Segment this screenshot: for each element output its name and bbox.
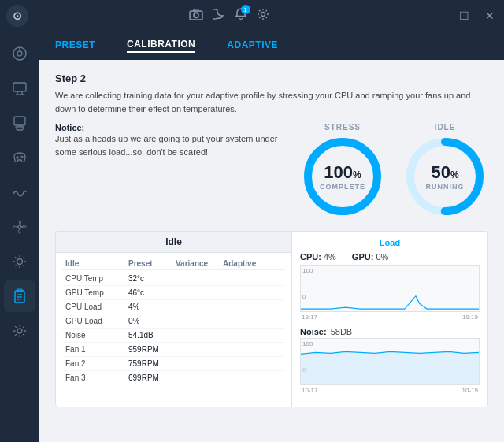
sidebar-item-dashboard[interactable]	[4, 38, 35, 69]
row-gpu-load-label: GPU Load	[65, 317, 128, 325]
row-gpu-temp-label: GPU Temp	[65, 288, 128, 297]
sidebar-item-overclock[interactable]	[4, 176, 35, 208]
cpu-value: 4%	[324, 252, 336, 262]
sidebar-item-light[interactable]	[4, 246, 35, 277]
svg-rect-11	[14, 117, 25, 125]
close-button[interactable]: ✕	[482, 8, 498, 24]
row-fan2-var	[176, 359, 223, 368]
svg-point-32	[17, 329, 22, 333]
svg-point-34	[308, 142, 377, 211]
gauges-container: STRESS 100%	[299, 123, 488, 220]
svg-point-1	[194, 13, 198, 18]
svg-line-25	[23, 257, 24, 258]
row-noise-label: Noise	[65, 331, 128, 340]
svg-point-3	[261, 13, 265, 17]
minimize-button[interactable]: —	[429, 8, 447, 24]
row-fan1-label: Fan 1	[65, 345, 128, 354]
noise-chart-area: 100 0 10-17 10-19	[300, 338, 480, 394]
cpu-chart-area: 100 0 19:17 19:19	[300, 265, 480, 321]
tab-bar: PRESET CALIBRATION ADAPTIVE	[39, 32, 504, 60]
notice-text: Just as a heads up we are going to put y…	[55, 132, 284, 158]
page-content: Step 2 We are collecting training data f…	[39, 60, 504, 442]
load-header[interactable]: Load	[300, 238, 480, 247]
bell-icon[interactable]: 1	[235, 8, 247, 24]
svg-point-16	[21, 156, 23, 158]
svg-rect-0	[190, 11, 202, 20]
cpu-gpu-row: CPU: 4% GPU: 0%	[300, 252, 480, 262]
table-row: GPU Load 0%	[62, 314, 285, 329]
sidebar-item-config[interactable]	[4, 315, 35, 347]
row-noise-val: 54.1dB	[128, 331, 176, 340]
row-fan3-var	[176, 373, 223, 382]
row-cpu-temp-label: CPU Temp	[65, 274, 128, 283]
row-gpu-load-var	[176, 317, 223, 325]
window-controls: — ☐ ✕	[429, 8, 498, 24]
row-cpu-load-label: CPU Load	[65, 303, 128, 311]
sidebar-item-profile[interactable]	[4, 280, 35, 312]
table-row: Noise 54.1dB	[62, 329, 285, 343]
cpu-x-labels: 19:17 19:19	[300, 312, 480, 321]
noise-section-label: Noise: 58DB	[300, 327, 480, 336]
noise-chart: 100 0	[300, 338, 480, 385]
app-logo: ⊙	[6, 5, 28, 27]
camera-icon[interactable]	[189, 8, 203, 24]
notice-title: Notice:	[55, 123, 284, 132]
cpu-label: CPU: 4%	[300, 252, 336, 262]
row-cpu-temp-adapt	[223, 274, 278, 283]
row-gpu-load-adapt	[223, 317, 278, 325]
notice-block: Notice: Just as a heads up we are going …	[55, 123, 284, 158]
svg-rect-7	[13, 83, 26, 91]
gauges-row: Notice: Just as a heads up we are going …	[55, 123, 488, 220]
noise-time-end: 10-19	[462, 387, 478, 394]
gpu-label: GPU: 0%	[352, 252, 388, 262]
row-noise-var	[176, 331, 223, 340]
row-noise-adapt	[223, 331, 278, 340]
sidebar-item-fan[interactable]	[4, 211, 35, 243]
sidebar-item-monitor[interactable]	[4, 72, 35, 104]
col-idle: Idle	[65, 259, 128, 268]
tab-preset[interactable]: PRESET	[55, 39, 95, 52]
data-section: Idle Idle Preset Variance Adaptive CPU T…	[55, 231, 488, 407]
sidebar-item-display[interactable]	[4, 107, 35, 139]
col-adaptive: Adaptive	[223, 259, 278, 268]
row-fan1-adapt	[223, 345, 278, 354]
table-row: Fan 2 759RPM	[62, 357, 285, 371]
row-cpu-load-var	[176, 303, 223, 311]
row-fan1-var	[176, 345, 223, 354]
row-fan3-val: 699RPM	[128, 373, 176, 382]
sidebar-item-gamepad[interactable]	[4, 142, 35, 173]
row-fan3-adapt	[223, 373, 278, 382]
cpu-time-start: 19:17	[302, 314, 317, 321]
gpu-value: 0%	[376, 252, 388, 262]
idle-gauge: IDLE 50% RUNNING	[402, 123, 488, 220]
svg-line-26	[15, 266, 16, 266]
cpu-time-end: 19:19	[462, 314, 478, 321]
noise-x-labels: 10-17 10-19	[300, 385, 480, 394]
row-cpu-load-adapt	[223, 303, 278, 311]
row-cpu-load-val: 4%	[128, 303, 176, 311]
table-row: CPU Temp 32°c	[62, 272, 285, 286]
settings-icon[interactable]	[257, 8, 269, 24]
row-gpu-temp-val: 46°c	[128, 288, 176, 297]
tab-adaptive[interactable]: ADAPTIVE	[227, 39, 278, 52]
row-gpu-temp-adapt	[223, 288, 278, 297]
moon-icon[interactable]	[213, 8, 225, 24]
step-title: Step 2	[55, 72, 488, 84]
step-desc: We are collecting training data for your…	[55, 89, 488, 115]
col-variance: Variance	[176, 259, 223, 268]
idle-panel-header: Idle	[56, 232, 291, 253]
maximize-button[interactable]: ☐	[456, 8, 472, 24]
table-panel: Idle Idle Preset Variance Adaptive CPU T…	[56, 232, 292, 407]
noise-value: 58DB	[331, 327, 353, 336]
chart-panel: Load CPU: 4% GPU: 0%	[292, 232, 487, 407]
content-area: PRESET CALIBRATION ADAPTIVE Step 2 We ar…	[39, 32, 504, 442]
noise-time-start: 10-17	[302, 387, 317, 394]
title-bar-icons: 1	[189, 8, 269, 24]
table-row: Fan 3 699RPM	[62, 371, 285, 384]
stress-gauge-container: 100% COMPLETE	[299, 133, 386, 220]
stress-gauge: STRESS 100%	[299, 123, 386, 220]
tab-calibration[interactable]: CALIBRATION	[127, 39, 195, 53]
row-cpu-temp-var	[176, 274, 223, 283]
svg-point-5	[17, 51, 22, 56]
row-gpu-temp-var	[176, 288, 223, 297]
